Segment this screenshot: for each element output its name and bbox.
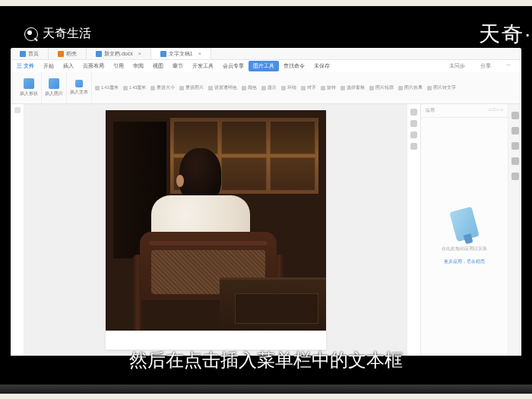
tool-reset-pic[interactable]: 重设图片 bbox=[179, 85, 204, 90]
inserted-image[interactable] bbox=[106, 110, 326, 331]
docer-icon bbox=[58, 51, 64, 57]
tool-select-pane[interactable]: 选择窗格 bbox=[340, 85, 365, 90]
sidebar-title: 应用 bbox=[426, 107, 435, 114]
tool-align[interactable]: 对齐 bbox=[301, 85, 316, 90]
menu-unsaved: 未保存 bbox=[309, 62, 334, 70]
ruler-icon[interactable] bbox=[410, 131, 417, 138]
tool-caption[interactable]: 题注 bbox=[261, 85, 277, 90]
tool-transparent[interactable]: 设置透明色 bbox=[208, 85, 237, 90]
zoom-fit-icon[interactable] bbox=[410, 109, 417, 116]
tool-color[interactable]: 颜色 bbox=[242, 85, 257, 90]
right-sidebar: 应用 ○ □ ○ ○ 在此处拖动应用以安装 更多应用，尽在稻壳 bbox=[420, 104, 508, 356]
menu-insert[interactable]: 插入 bbox=[59, 62, 78, 70]
toolbar-options: 1.43厘米 1.43厘米 重设大小 重设图片 设置透明色 颜色 题注 环绕 对… bbox=[92, 84, 515, 92]
left-gutter bbox=[11, 104, 24, 356]
nav-icon[interactable] bbox=[14, 107, 21, 113]
sidebar-header: 应用 ○ □ ○ ○ bbox=[421, 104, 508, 118]
tool-reset-size[interactable]: 重设大小 bbox=[150, 85, 175, 90]
shape-icon bbox=[24, 78, 34, 89]
tool-insert-text[interactable]: 插入文本 bbox=[67, 72, 92, 103]
text-icon bbox=[75, 80, 83, 87]
workspace: 应用 ○ □ ○ ○ 在此处拖动应用以安装 更多应用，尽在稻壳 bbox=[11, 104, 521, 356]
ribbon-toolbar: 插入形状 插入图片 插入文本 1.43厘米 1.43厘米 重设大小 重设图片 设… bbox=[11, 72, 521, 104]
menu-layout[interactable]: 页面布局 bbox=[78, 62, 109, 70]
menu-view[interactable]: 视图 bbox=[148, 62, 168, 70]
sidebar-body: 在此处拖动应用以安装 更多应用，尽在稻壳 bbox=[421, 118, 508, 356]
tab-docer[interactable]: 稻壳 bbox=[49, 48, 87, 59]
video-subtitle: 然后在点击插入菜单栏中的文本框 bbox=[0, 348, 532, 372]
grid-icon[interactable] bbox=[410, 143, 417, 150]
document-page bbox=[106, 110, 326, 350]
highlighter-icon bbox=[449, 206, 479, 241]
watermark-left: 天奇生活 bbox=[24, 26, 91, 42]
menu-ref[interactable]: 引用 bbox=[109, 62, 128, 70]
sidebar-empty-text: 在此处拖动应用以安装 bbox=[442, 245, 487, 252]
tab-anim-icon[interactable] bbox=[511, 127, 519, 135]
tool-insert-shape[interactable]: 插入形状 bbox=[17, 72, 42, 103]
close-icon[interactable]: × bbox=[138, 51, 141, 56]
canvas-tools bbox=[407, 104, 420, 356]
watermark-right: 天奇· bbox=[479, 20, 532, 49]
tool-height[interactable]: 1.43厘米 bbox=[123, 85, 147, 90]
close-icon[interactable]: × bbox=[198, 51, 201, 56]
tool-width[interactable]: 1.43厘米 bbox=[95, 85, 119, 90]
sync-status[interactable]: 未同步 bbox=[445, 62, 470, 70]
tool-wrap[interactable]: 环绕 bbox=[281, 85, 296, 90]
tab-style-icon[interactable] bbox=[511, 112, 519, 119]
sidebar-tabs bbox=[508, 104, 521, 356]
menu-bar: 三 文件 开始 插入 页面布局 引用 审阅 视图 章节 开发工具 会员专享 图片… bbox=[11, 60, 521, 72]
sidebar-more-link[interactable]: 更多应用，尽在稻壳 bbox=[444, 258, 485, 265]
menu-search[interactable]: 查找命令 bbox=[279, 62, 309, 70]
sidebar-controls[interactable]: ○ □ ○ ○ bbox=[489, 107, 504, 114]
tab-doc2[interactable]: 文字文稿1× bbox=[151, 48, 211, 59]
menu-start[interactable]: 开始 bbox=[39, 62, 59, 70]
tool-insert-image[interactable]: 插入图片 bbox=[42, 72, 67, 103]
page-area[interactable] bbox=[24, 104, 407, 356]
menu-dev[interactable]: 开发工具 bbox=[188, 62, 218, 70]
menu-picture-tools[interactable]: 图片工具 bbox=[249, 61, 279, 71]
menu-right: 未同步 分享 ··· bbox=[445, 62, 521, 70]
search-logo-icon bbox=[24, 27, 38, 41]
image-icon bbox=[49, 78, 59, 89]
menu-section[interactable]: 章节 bbox=[168, 62, 188, 70]
watermark-text: 天奇生活 bbox=[43, 26, 91, 42]
tool-effect[interactable]: 图片效果 bbox=[398, 85, 423, 90]
menu-review[interactable]: 审阅 bbox=[128, 62, 148, 70]
home-icon bbox=[20, 51, 26, 57]
desk-decor bbox=[220, 277, 326, 331]
tool-rotate[interactable]: 旋转 bbox=[321, 85, 336, 90]
title-bar: 首页 稻壳 新文档.docx× 文字文稿1× bbox=[11, 48, 521, 60]
monitor-bezel bbox=[0, 385, 532, 394]
doc-icon bbox=[160, 51, 166, 57]
tab-help-icon[interactable] bbox=[511, 157, 519, 165]
zoom-icon[interactable] bbox=[410, 120, 417, 127]
tab-doc1[interactable]: 新文档.docx× bbox=[87, 48, 151, 59]
file-menu[interactable]: 三 文件 bbox=[11, 62, 39, 70]
tab-prop-icon[interactable] bbox=[511, 142, 519, 150]
menu-vip[interactable]: 会员专享 bbox=[218, 62, 249, 70]
video-frame: 天奇生活 天奇· 首页 稻壳 新文档.docx× 文字文稿1× 三 文件 开始 … bbox=[0, 6, 532, 394]
tool-outline[interactable]: 图片轮廓 bbox=[369, 85, 394, 90]
wps-window: 首页 稻壳 新文档.docx× 文字文稿1× 三 文件 开始 插入 页面布局 引… bbox=[11, 48, 521, 356]
tab-more-icon[interactable] bbox=[511, 173, 519, 180]
tool-ocr[interactable]: 图片转文字 bbox=[427, 85, 456, 90]
share-button[interactable]: 分享 bbox=[476, 62, 496, 70]
doc-icon bbox=[96, 51, 102, 57]
tab-home[interactable]: 首页 bbox=[11, 48, 49, 59]
more-button[interactable]: ··· bbox=[502, 62, 515, 70]
